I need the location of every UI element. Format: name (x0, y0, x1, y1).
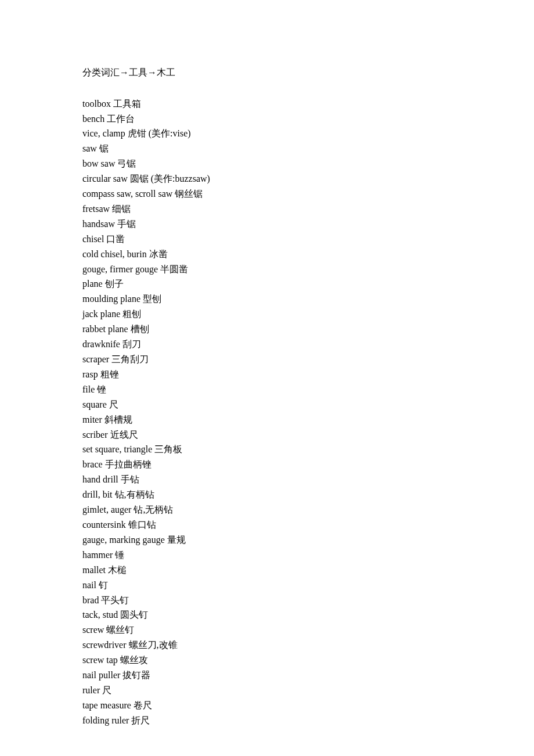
vocab-item: drawknife 刮刀 (82, 337, 534, 352)
vocab-item: brace 手拉曲柄锉 (82, 457, 534, 472)
vocab-item: file 锉 (82, 382, 534, 397)
vocab-item: hand drill 手钻 (82, 472, 534, 487)
vocab-item: fretsaw 细锯 (82, 201, 534, 217)
vocab-item: scraper 三角刮刀 (82, 352, 534, 367)
vocab-item: gauge, marking gauge 量规 (82, 532, 534, 548)
vocab-item: nail puller 拔钉器 (82, 668, 534, 683)
vocab-item: ruler 尺 (82, 683, 534, 698)
vocab-item: folding ruler 折尺 (82, 713, 534, 728)
vocab-item: screw tap 螺丝攻 (82, 653, 534, 668)
vocab-item: scriber 近线尺 (82, 427, 534, 442)
vocab-item: screwdriver 螺丝刀,改锥 (82, 638, 534, 653)
vocab-item: bench 工作台 (82, 111, 534, 127)
vocab-item: mallet 木槌 (82, 563, 534, 578)
vocab-item: moulding plane 型刨 (82, 291, 534, 307)
vocab-item: bow saw 弓锯 (82, 156, 534, 171)
vocab-item: brad 平头钉 (82, 593, 534, 608)
vocabulary-list: toolbox 工具箱bench 工作台vice, clamp 虎钳 (美作:v… (82, 96, 534, 728)
vocab-item: tack, stud 圆头钉 (82, 607, 534, 622)
vocab-item: vice, clamp 虎钳 (美作:vise) (82, 126, 534, 141)
vocab-item: plane 刨子 (82, 276, 534, 291)
vocab-item: chisel 口凿 (82, 232, 534, 247)
breadcrumb-heading: 分类词汇→工具→木工 (82, 65, 534, 80)
vocab-item: countersink 锥口钻 (82, 517, 534, 532)
vocab-item: nail 钉 (82, 578, 534, 593)
vocab-item: screw 螺丝钉 (82, 622, 534, 638)
vocab-item: compass saw, scroll saw 钢丝锯 (82, 186, 534, 201)
vocab-item: hammer 锤 (82, 548, 534, 563)
vocab-item: cold chisel, burin 冰凿 (82, 247, 534, 262)
vocab-item: toolbox 工具箱 (82, 96, 534, 111)
vocab-item: gouge, firmer gouge 半圆凿 (82, 262, 534, 277)
vocab-item: square 尺 (82, 397, 534, 412)
vocab-item: rasp 粗锉 (82, 367, 534, 382)
vocab-item: handsaw 手锯 (82, 217, 534, 232)
vocab-item: circular saw 圆锯 (美作:buzzsaw) (82, 171, 534, 186)
vocab-item: tape measure 卷尺 (82, 698, 534, 713)
vocab-item: rabbet plane 槽刨 (82, 322, 534, 337)
vocab-item: saw 锯 (82, 141, 534, 156)
vocab-item: set square, triangle 三角板 (82, 442, 534, 457)
vocab-item: jack plane 粗刨 (82, 307, 534, 322)
vocab-item: miter 斜槽规 (82, 412, 534, 427)
vocab-item: drill, bit 钻,有柄钻 (82, 487, 534, 502)
vocab-item: gimlet, auger 钻,无柄钻 (82, 502, 534, 517)
document-page: 分类词汇→工具→木工 toolbox 工具箱bench 工作台vice, cla… (0, 0, 534, 728)
